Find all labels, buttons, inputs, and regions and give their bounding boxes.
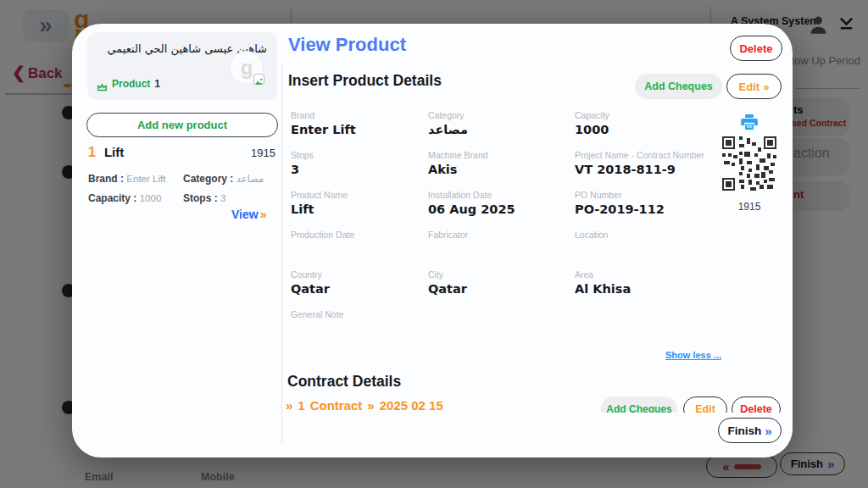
field-value — [291, 242, 428, 257]
contract-index: 1 — [298, 398, 304, 413]
field-label: PO Number — [575, 190, 722, 200]
customer-avatar: g — [230, 51, 264, 85]
capacity-value: 1000 — [140, 193, 162, 203]
field-value: Qatar — [291, 282, 428, 297]
page-title: View Product — [288, 34, 406, 56]
field-area: AreaAl Khisa — [575, 269, 722, 309]
field-capacity: Capacity1000 — [575, 110, 722, 150]
product-count-label: Product — [112, 78, 150, 90]
add-new-product-button[interactable]: Add new product — [86, 113, 278, 137]
contract-edit-button[interactable]: Edit — [683, 396, 727, 413]
field-label: Project Name - Contract Number — [575, 150, 722, 160]
modal-content: شاهين عيسى شاهين الحي النعيمي Product 1 … — [72, 24, 793, 413]
section-title: Insert Product Details — [288, 72, 442, 90]
field-label: Product Name — [291, 190, 428, 200]
field-label: Machine Brand — [428, 150, 575, 160]
show-less-link[interactable]: Show less ... — [665, 350, 721, 360]
field-label: General Note — [291, 309, 428, 319]
field-value — [428, 242, 575, 257]
field-label: Brand — [291, 110, 428, 120]
category-label: Category : — [183, 173, 233, 185]
field-value: VT 2018-811-9 — [575, 163, 722, 177]
double-chevron-right-icon: » — [765, 424, 771, 438]
category-value: مصاعد — [236, 173, 264, 185]
product-index: 1 — [88, 145, 96, 159]
double-chevron-right-icon: » — [260, 208, 267, 221]
field-label: Stops — [291, 150, 428, 160]
crown-icon — [97, 80, 108, 88]
field-value: 1000 — [575, 123, 722, 137]
contract-delete-button[interactable]: Delete — [732, 396, 781, 413]
field-value: Qatar — [428, 282, 575, 297]
field-general-note: General Note — [291, 309, 428, 349]
contract-section-title: Contract Details — [287, 373, 401, 391]
qr-code-value: 1915 — [722, 201, 776, 213]
field-value: مصاعد — [428, 123, 575, 137]
field-value: 3 — [291, 163, 428, 177]
field-value: Akis — [428, 163, 575, 177]
add-cheques-button[interactable]: Add Cheques — [635, 74, 722, 99]
product-item-row: Brand : Enter Lift Category : مصاعد — [88, 173, 275, 185]
product-details-grid: BrandEnter Lift Categoryمصاعد Capacity10… — [291, 110, 722, 349]
brand-value: Enter Lift — [126, 174, 165, 184]
stops-label: Stops : — [183, 192, 218, 204]
view-label: View — [231, 208, 259, 221]
edit-label: Edit — [739, 80, 760, 93]
qr-code — [722, 136, 776, 191]
finish-label: Finish — [727, 424, 761, 437]
field-product-name: Product NameLift — [291, 190, 428, 230]
view-product-modal: شاهين عيسى شاهين الحي النعيمي Product 1 … — [72, 24, 793, 458]
edit-button[interactable]: Edit » — [726, 74, 782, 99]
field-fabricator: Fabricator — [428, 230, 575, 269]
field-installation-date: Installation Date06 Aug 2025 — [428, 190, 575, 230]
field-value: Enter Lift — [291, 123, 428, 137]
view-product-link[interactable]: View» — [231, 207, 266, 222]
finish-button[interactable]: Finish » — [718, 418, 782, 443]
field-label: Location — [575, 230, 722, 240]
field-city: CityQatar — [428, 269, 575, 309]
field-value — [291, 322, 428, 336]
field-value: 06 Aug 2025 — [428, 202, 575, 217]
double-chevron-right-icon: » — [763, 80, 769, 93]
field-brand: BrandEnter Lift — [291, 110, 428, 150]
field-label: Capacity — [575, 110, 722, 120]
product-count: Product 1 — [97, 78, 160, 90]
field-value: Al Khisa — [575, 282, 722, 297]
double-chevron-icon: » — [286, 398, 292, 413]
field-location: Location — [575, 230, 722, 269]
contract-add-cheques-button[interactable]: Add Cheques — [601, 396, 677, 413]
field-project-contract: Project Name - Contract NumberVT 2018-81… — [575, 150, 722, 190]
customer-card: شاهين عيسى شاهين الحي النعيمي Product 1 … — [87, 32, 277, 100]
field-label: Category — [428, 110, 575, 120]
field-stops: Stops3 — [291, 150, 428, 190]
field-country: CountryQatar — [291, 269, 428, 309]
field-label: Installation Date — [428, 190, 575, 200]
image-badge-icon — [253, 74, 264, 85]
avatar-logo-ghost: g — [241, 56, 253, 79]
field-po-number: PO NumberPO-2019-112 — [575, 190, 722, 230]
capacity-label: Capacity : — [88, 192, 136, 204]
field-value — [575, 242, 722, 257]
arrow-icon: » — [367, 398, 374, 413]
field-label: Fabricator — [428, 230, 575, 240]
product-count-value: 1 — [154, 78, 160, 90]
sidebar-divider — [281, 64, 282, 444]
contract-row[interactable]: »1Contract»2025 02 15 — [286, 398, 448, 413]
field-production-date: Production Date — [291, 230, 428, 269]
contract-label: Contract — [310, 398, 363, 413]
field-value: Lift — [291, 202, 428, 217]
field-value: PO-2019-112 — [575, 202, 722, 217]
product-item-row: Capacity : 1000 Stops : 3 — [88, 192, 275, 204]
field-machine-brand: Machine BrandAkis — [428, 150, 575, 190]
field-label: Country — [291, 269, 428, 280]
brand-label: Brand : — [88, 173, 124, 185]
delete-button[interactable]: Delete — [730, 36, 782, 61]
product-list-item-header[interactable]: 1Lift1915 — [88, 145, 275, 160]
contract-date: 2025 02 15 — [380, 398, 443, 413]
product-name: Lift — [104, 145, 124, 159]
field-label: Area — [575, 269, 722, 280]
field-label: Production Date — [291, 230, 428, 240]
field-category: Categoryمصاعد — [428, 110, 575, 150]
product-code: 1915 — [251, 147, 275, 159]
print-icon[interactable] — [741, 114, 758, 130]
